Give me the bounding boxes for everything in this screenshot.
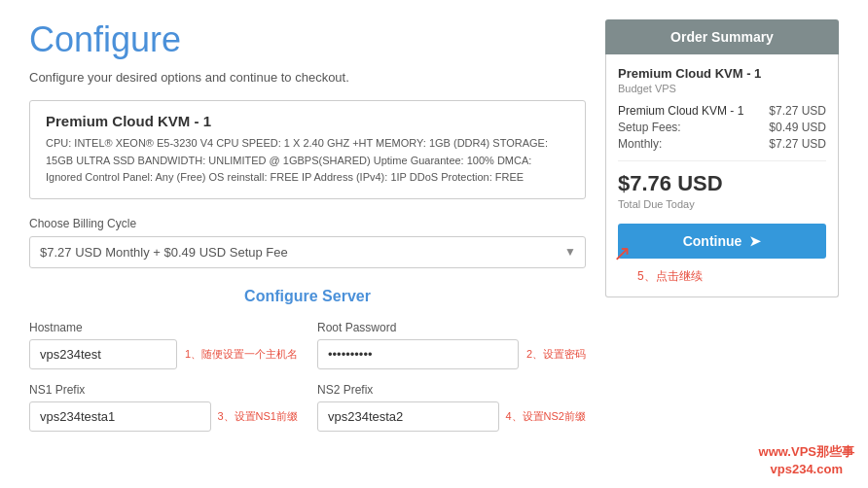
password-label: Root Password [317, 321, 586, 334]
ns1-group: NS1 Prefix 3、设置NS1前缀 [29, 383, 298, 432]
page-title: Configure [29, 19, 586, 60]
product-title: Premium Cloud KVM - 1 [46, 113, 569, 129]
ns1-input-wrapper: 3、设置NS1前缀 [29, 401, 298, 432]
continue-label: Continue [683, 233, 742, 249]
arrow-right-icon: ➤ [749, 233, 761, 249]
ns2-input-wrapper: 4、设置NS2前缀 [317, 401, 586, 432]
page-subtitle: Configure your desired options and conti… [29, 70, 586, 85]
continue-annotation-wrapper: ↗ 5、点击继续 [618, 268, 826, 285]
order-summary-body: Premium Cloud KVM - 1 Budget VPS Premium… [605, 54, 839, 297]
ns2-input[interactable] [317, 401, 499, 432]
hostname-label: Hostname [29, 321, 298, 334]
watermark: www.VPS那些事vps234.com [755, 441, 858, 480]
ns1-annotation: 3、设置NS1前缀 [217, 409, 298, 424]
configure-server-title: Configure Server [29, 288, 586, 305]
line-item-product-amount: $7.27 USD [769, 104, 826, 118]
ns2-annotation: 4、设置NS2前缀 [505, 409, 586, 424]
line-item-monthly: Monthly: $7.27 USD [618, 137, 826, 151]
hostname-group: Hostname 1、随便设置一个主机名 [29, 321, 298, 369]
hostname-input[interactable] [29, 339, 177, 369]
line-item-product-label: Premium Cloud KVM - 1 [618, 104, 743, 118]
password-input-wrapper: 2、设置密码 [317, 339, 586, 369]
line-item-setup: Setup Fees: $0.49 USD [618, 121, 826, 134]
summary-product-name: Premium Cloud KVM - 1 [618, 66, 826, 81]
summary-total-amount: $7.76 USD [618, 171, 826, 196]
billing-label: Choose Billing Cycle [29, 217, 586, 230]
hostname-input-wrapper: 1、随便设置一个主机名 [29, 339, 298, 369]
password-input[interactable] [317, 339, 519, 369]
ns1-label: NS1 Prefix [29, 383, 298, 397]
summary-divider [618, 160, 826, 161]
summary-product-sub: Budget VPS [618, 83, 826, 94]
billing-select[interactable]: $7.27 USD Monthly + $0.49 USD Setup Fee [29, 236, 586, 268]
ns2-label: NS2 Prefix [317, 383, 586, 397]
continue-annotation: 5、点击继续 [637, 269, 703, 283]
product-specs: CPU: INTEL® XEON® E5-3230 V4 CPU SPEED: … [46, 135, 569, 187]
main-content: Configure Configure your desired options… [29, 19, 586, 469]
billing-select-wrapper: $7.27 USD Monthly + $0.49 USD Setup Fee … [29, 236, 586, 268]
order-summary: Order Summary Premium Cloud KVM - 1 Budg… [605, 19, 839, 469]
hostname-annotation: 1、随便设置一个主机名 [185, 347, 298, 362]
ns2-group: NS2 Prefix 4、设置NS2前缀 [317, 383, 586, 432]
ns1-input[interactable] [29, 401, 211, 432]
password-group: Root Password 2、设置密码 [317, 321, 586, 369]
line-item-product: Premium Cloud KVM - 1 $7.27 USD [618, 104, 826, 118]
product-box: Premium Cloud KVM - 1 CPU: INTEL® XEON® … [29, 100, 586, 199]
ns-row: NS1 Prefix 3、设置NS1前缀 NS2 Prefix 4、设置NS2前… [29, 383, 586, 432]
hostname-password-row: Hostname 1、随便设置一个主机名 Root Password 2、设置密… [29, 321, 586, 369]
line-item-setup-amount: $0.49 USD [769, 121, 826, 134]
line-item-monthly-amount: $7.27 USD [769, 137, 826, 151]
summary-total-label: Total Due Today [618, 198, 826, 210]
password-annotation: 2、设置密码 [526, 347, 586, 362]
continue-button[interactable]: Continue ➤ [618, 224, 826, 259]
line-item-setup-label: Setup Fees: [618, 121, 681, 134]
line-item-monthly-label: Monthly: [618, 137, 662, 151]
order-summary-header: Order Summary [605, 19, 839, 54]
